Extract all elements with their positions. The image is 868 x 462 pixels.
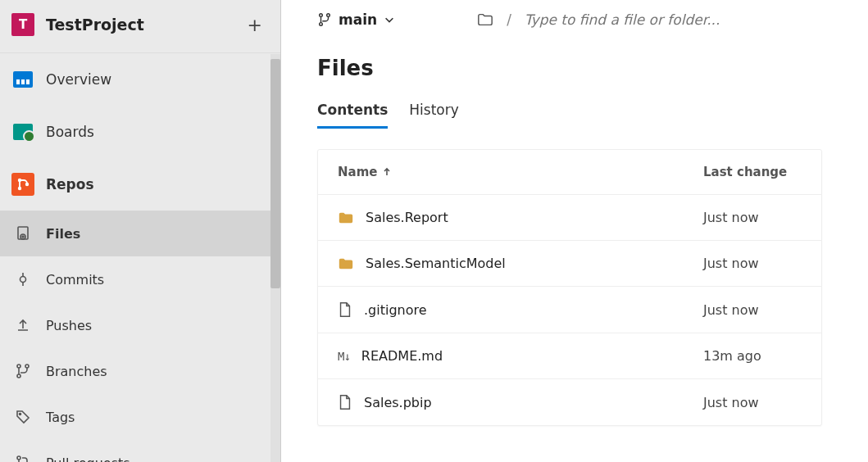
file-change: Just now xyxy=(703,302,802,318)
svg-point-11 xyxy=(17,456,20,460)
sidebar-item-pull-requests[interactable]: Pull requests xyxy=(0,440,280,462)
breadcrumb: main / xyxy=(317,11,868,28)
sidebar-label: Commits xyxy=(46,272,104,288)
page-title: Files xyxy=(317,56,868,80)
file-icon xyxy=(338,301,352,318)
table-row[interactable]: Sales.pbip Just now xyxy=(318,379,821,425)
svg-point-0 xyxy=(18,179,21,182)
tab-history[interactable]: History xyxy=(409,102,458,129)
files-icon xyxy=(11,222,34,245)
main-content: main / Files Contents History Name Last … xyxy=(281,0,868,462)
file-name: Sales.Report xyxy=(366,210,448,225)
sidebar-label: Pull requests xyxy=(46,455,130,463)
pull-requests-icon xyxy=(11,451,34,462)
path-search-input[interactable] xyxy=(525,11,754,28)
svg-point-1 xyxy=(18,187,21,190)
commits-icon xyxy=(11,268,34,291)
sidebar-item-branches[interactable]: Branches xyxy=(0,348,280,394)
sidebar-label: Pushes xyxy=(46,318,92,333)
file-change: Just now xyxy=(703,395,802,410)
file-change: Just now xyxy=(703,256,802,271)
tags-icon xyxy=(11,405,34,428)
project-header: T TestProject + xyxy=(0,0,280,53)
sidebar-item-repos[interactable]: Repos xyxy=(0,158,280,211)
file-name: Sales.pbip xyxy=(364,395,432,410)
svg-point-9 xyxy=(25,365,29,368)
branch-icon xyxy=(317,12,332,27)
branch-name: main xyxy=(339,11,377,28)
sidebar-nav: Overview Boards Repos Files xyxy=(0,53,280,462)
svg-point-10 xyxy=(20,414,21,415)
file-name: .gitignore xyxy=(364,302,427,318)
branch-selector[interactable]: main xyxy=(317,11,395,28)
tabs: Contents History xyxy=(317,102,868,129)
branches-icon xyxy=(11,360,34,383)
folder-icon xyxy=(338,256,354,271)
boards-icon xyxy=(11,120,34,143)
table-row[interactable]: .gitignore Just now xyxy=(318,287,821,333)
column-change-header[interactable]: Last change xyxy=(703,165,802,179)
file-change: 13m ago xyxy=(703,348,802,364)
column-name-header[interactable]: Name xyxy=(338,165,703,179)
pushes-icon xyxy=(11,314,34,337)
repos-icon xyxy=(11,173,34,196)
sidebar-label: Repos xyxy=(46,176,94,192)
sidebar: T TestProject + Overview Boards Repos xyxy=(0,0,280,462)
svg-point-16 xyxy=(327,14,330,17)
svg-point-14 xyxy=(320,14,323,17)
sidebar-label: Tags xyxy=(46,410,75,425)
add-button[interactable]: + xyxy=(243,15,267,35)
svg-point-8 xyxy=(17,374,20,378)
table-header: Name Last change xyxy=(318,150,821,195)
sort-up-icon xyxy=(382,167,392,177)
sidebar-item-boards[interactable]: Boards xyxy=(0,106,280,158)
file-icon xyxy=(338,394,352,410)
path-separator: / xyxy=(507,11,511,28)
markdown-icon: M↓ xyxy=(338,350,350,363)
folder-icon xyxy=(338,211,354,225)
table-row[interactable]: M↓ README.md 13m ago xyxy=(318,333,821,379)
sidebar-item-tags[interactable]: Tags xyxy=(0,394,280,440)
tab-contents[interactable]: Contents xyxy=(317,102,388,129)
file-name: README.md xyxy=(361,348,443,364)
chevron-down-icon xyxy=(384,14,395,25)
file-name: Sales.SemanticModel xyxy=(366,256,506,271)
sidebar-label: Overview xyxy=(46,71,111,88)
overview-icon xyxy=(11,68,34,91)
sidebar-item-commits[interactable]: Commits xyxy=(0,256,280,302)
sidebar-label: Boards xyxy=(46,124,94,140)
sidebar-scrollbar[interactable] xyxy=(270,54,280,462)
project-name[interactable]: TestProject xyxy=(46,16,243,34)
svg-point-6 xyxy=(20,277,26,283)
project-avatar[interactable]: T xyxy=(11,13,34,36)
sidebar-item-overview[interactable]: Overview xyxy=(0,53,280,106)
svg-point-5 xyxy=(22,236,24,238)
table-row[interactable]: Sales.Report Just now xyxy=(318,195,821,241)
sidebar-item-pushes[interactable]: Pushes xyxy=(0,302,280,348)
table-row[interactable]: Sales.SemanticModel Just now xyxy=(318,241,821,287)
svg-point-15 xyxy=(320,23,323,26)
sidebar-item-files[interactable]: Files xyxy=(0,211,280,256)
sidebar-label: Files xyxy=(46,226,80,242)
sidebar-label: Branches xyxy=(46,364,107,379)
file-table: Name Last change Sales.Report Just now S… xyxy=(317,149,822,426)
svg-point-7 xyxy=(17,365,20,368)
file-change: Just now xyxy=(703,210,802,225)
folder-icon[interactable] xyxy=(477,12,493,27)
